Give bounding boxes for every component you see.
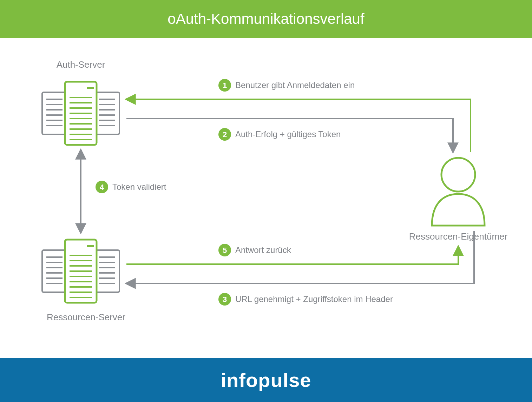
step-5: 5 Antwort zurück (218, 244, 291, 256)
page-title: oAuth-Kommunikationsverlauf (0, 0, 532, 38)
svg-text:Auth-Erfolg + gültiges Token: Auth-Erfolg + gültiges Token (235, 129, 341, 139)
resource-owner-label: Ressourcen-Eigentümer (409, 231, 508, 242)
resource-server-label: Ressourcen-Server (47, 312, 125, 322)
svg-text:Token validiert: Token validiert (112, 182, 166, 192)
svg-text:1: 1 (223, 81, 227, 90)
svg-point-50 (441, 158, 475, 192)
svg-text:Antwort zurück: Antwort zurück (235, 245, 291, 255)
step-3: 3 URL genehmigt + Zugriffstoken im Heade… (218, 293, 393, 306)
svg-text:2: 2 (223, 130, 227, 139)
svg-text:5: 5 (223, 246, 227, 255)
step-2: 2 Auth-Erfolg + gültiges Token (218, 128, 341, 141)
svg-text:URL genehmigt + Zugriffstoken : URL genehmigt + Zugriffstoken im Header (235, 294, 393, 304)
server-icon (42, 240, 119, 303)
svg-text:4: 4 (100, 183, 104, 192)
svg-text:Benutzer gibt Anmeldedaten ein: Benutzer gibt Anmeldedaten ein (235, 80, 355, 90)
step-1: 1 Benutzer gibt Anmeldedaten ein (218, 79, 355, 92)
diagram-canvas: Auth-Server (0, 39, 532, 356)
svg-text:3: 3 (223, 295, 227, 304)
footer-logo: infopulse (0, 358, 532, 402)
server-icon (42, 82, 119, 145)
arrow-step-5 (126, 247, 458, 264)
user-icon (432, 158, 485, 226)
arrow-step-1 (126, 99, 471, 152)
auth-server-label: Auth-Server (57, 59, 105, 70)
step-4: 4 Token validiert (96, 181, 166, 193)
